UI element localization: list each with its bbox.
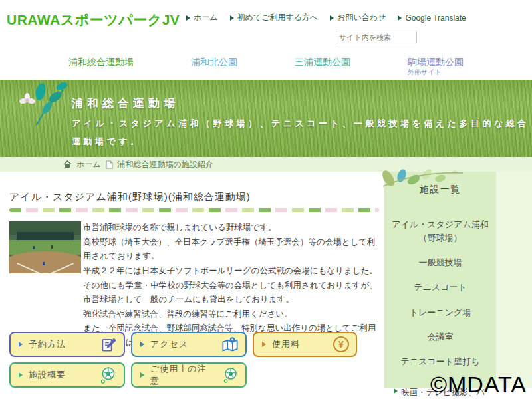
nav-google-translate-label: Google Translate	[405, 13, 466, 23]
site-search	[336, 31, 417, 43]
action-buttons: 予約方法 アクセス 使用料	[9, 332, 382, 388]
page-title: アイル・スタジアム浦和(野球場)(浦和総合運動場)	[9, 191, 251, 203]
page: URAWAスポーツパークJV ホーム 初めてご利用する方へ お問い合わせ Goo…	[0, 0, 532, 399]
tab-label: 三浦運動公園	[295, 57, 350, 67]
search-input[interactable]	[336, 33, 436, 41]
arrow-icon	[230, 15, 234, 21]
tab-sublabel-external: 外部サイト	[408, 68, 464, 77]
tab-label: 浦和総合運動場	[68, 57, 134, 67]
nav-contact[interactable]: お問い合わせ	[330, 12, 386, 23]
breadcrumb-current: 浦和総合運動場の施設紹介	[118, 159, 213, 170]
nav-home[interactable]: ホーム	[186, 12, 218, 23]
watermark: ©MDATA	[430, 372, 527, 398]
hero-banner: 浦和総合運動場 アイル・スタジアム浦和（野球場）、テニスコート、一般競技場を備え…	[0, 80, 532, 157]
arrow-icon	[19, 372, 23, 378]
paragraph: 市営浦和球場の名称で親しまれている野球場です。	[83, 221, 380, 235]
arrow-icon	[186, 15, 190, 21]
page-icon	[106, 160, 113, 169]
hero-subtitle: アイル・スタジアム浦和（野球場）、テニスコート、一般競技場を備えた多目的な総合運…	[72, 115, 531, 150]
hero-title: 浦和総合運動場	[72, 96, 179, 111]
access-button[interactable]: アクセス	[131, 332, 247, 357]
flower-icon	[19, 93, 35, 104]
button-label: ご使用上の注意	[150, 363, 211, 387]
arrow-icon	[330, 15, 334, 21]
park-tabs: 浦和総合運動場 浦和北公園 三浦運動公園 駒場運動公園外部サイト	[0, 50, 532, 80]
button-label: 予約方法	[29, 338, 66, 350]
facility-sidebar: 施設一覧 アイル・スタジアム浦和（野球場） 一般競技場 テニスコート トレーニン…	[384, 172, 496, 388]
description-text: 市営浦和球場の名称で親しまれている野球場です。 高校野球（埼玉大会）、全日本クラ…	[83, 221, 380, 350]
soccer-ball-icon	[223, 366, 239, 384]
sidebar-items: アイル・スタジアム浦和（野球場） 一般競技場 テニスコート トレーニング場 会議…	[384, 218, 496, 368]
nav-first-time[interactable]: 初めてご利用する方へ	[230, 12, 319, 23]
sidebar-item-stadium[interactable]: アイル・スタジアム浦和（野球場）	[390, 218, 491, 245]
arrow-icon	[140, 372, 144, 378]
yen-icon: ¥	[333, 336, 349, 352]
nav-google-translate[interactable]: Google Translate	[398, 12, 466, 23]
button-label: 使用料	[272, 338, 300, 350]
arrow-icon	[140, 342, 144, 347]
sidebar-item-meeting-room[interactable]: 会議室	[390, 331, 491, 344]
reservation-method-button[interactable]: 予約方法	[9, 332, 125, 357]
map-icon	[221, 336, 239, 352]
header: URAWAスポーツパークJV ホーム 初めてご利用する方へ お問い合わせ Goo…	[0, 0, 532, 50]
arrow-icon	[394, 388, 398, 394]
nav-home-label: ホーム	[194, 12, 218, 23]
home-icon	[63, 160, 72, 168]
site-logo[interactable]: URAWAスポーツパークJV	[7, 11, 180, 29]
tab-label: 駒場運動公園	[408, 57, 464, 67]
sidebar-item-training[interactable]: トレーニング場	[390, 306, 491, 319]
sidebar-background-strip	[496, 172, 532, 388]
top-nav: ホーム 初めてご利用する方へ お問い合わせ Google Translate	[186, 12, 466, 23]
pencil-icon	[101, 336, 117, 352]
tab-miura[interactable]: 三浦運動公園	[295, 57, 350, 68]
sidebar-item-tennis[interactable]: テニスコート	[390, 281, 491, 294]
leaf-decoration-icon	[17, 78, 76, 132]
arrow-icon	[262, 342, 266, 347]
arrow-icon	[19, 342, 23, 347]
nav-first-time-label: 初めてご利用する方へ	[237, 12, 319, 23]
dashed-divider	[9, 208, 379, 212]
tab-komaba[interactable]: 駒場運動公園外部サイト	[408, 57, 464, 76]
paragraph: 高校野球（埼玉大会）、全日本クラブ選手権（埼玉予選会）等の会場として利用されてお…	[83, 235, 380, 264]
tab-urawa-sogo[interactable]: 浦和総合運動場	[68, 57, 134, 68]
usage-precautions-button[interactable]: ご使用上の注意	[131, 362, 247, 388]
usage-fee-button[interactable]: 使用料 ¥	[253, 332, 357, 357]
sidebar-item-tennis-wall[interactable]: テニスコート壁打ち	[390, 355, 491, 368]
leaf-decoration-icon	[376, 166, 483, 193]
tab-label: 浦和北公園	[191, 57, 237, 67]
breadcrumb-home[interactable]: ホーム	[76, 159, 101, 170]
button-label: アクセス	[150, 338, 188, 350]
baseball-field-photo	[9, 221, 81, 273]
arrow-icon	[398, 15, 402, 21]
sidebar-item-athletics[interactable]: 一般競技場	[390, 256, 491, 269]
paragraph: 強化試合や練習試合、普段の練習等にご利用ください。	[83, 307, 380, 322]
paragraph: 平成２２年には日本女子ソフトボールリーグの公式戦の会場にもなりました。 その他に…	[83, 264, 380, 307]
tab-urawa-kita[interactable]: 浦和北公園	[191, 57, 237, 68]
soccer-ball-icon	[100, 366, 117, 384]
nav-contact-label: お問い合わせ	[337, 12, 386, 23]
button-label: 施設概要	[29, 369, 66, 381]
facility-overview-button[interactable]: 施設概要	[9, 362, 125, 388]
